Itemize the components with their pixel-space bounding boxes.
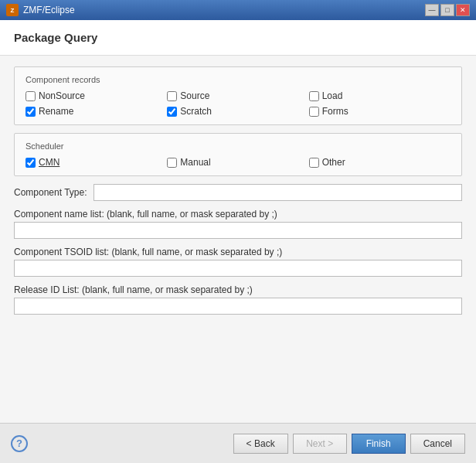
scheduler-label: Scheduler xyxy=(26,141,450,151)
cancel-button[interactable]: Cancel xyxy=(410,434,465,454)
component-type-label: Component Type: xyxy=(14,187,87,198)
close-button[interactable]: ✕ xyxy=(456,4,470,16)
scratch-label: Scratch xyxy=(180,106,212,117)
dialog-body: Component records NonSource Source Load … xyxy=(0,56,476,423)
component-records-grid: NonSource Source Load Rename Scratch xyxy=(26,90,450,117)
manual-checkbox-item[interactable]: Manual xyxy=(167,157,308,168)
maximize-button[interactable]: □ xyxy=(440,4,454,16)
dialog-header: Package Query xyxy=(0,20,476,56)
forms-checkbox-item[interactable]: Forms xyxy=(309,106,450,117)
finish-button[interactable]: Finish xyxy=(352,434,406,454)
manual-checkbox[interactable] xyxy=(167,158,177,168)
component-tsoid-list-row: Component TSOID list: (blank, full name,… xyxy=(14,247,462,277)
forms-checkbox[interactable] xyxy=(309,107,319,117)
scheduler-grid: CMN Manual Other xyxy=(26,157,450,168)
rename-checkbox-item[interactable]: Rename xyxy=(26,106,167,117)
source-checkbox-item[interactable]: Source xyxy=(167,90,308,101)
load-label: Load xyxy=(322,90,343,101)
dialog-footer: ? < Back Next > Finish Cancel xyxy=(0,423,476,463)
cmn-checkbox-item[interactable]: CMN xyxy=(26,157,167,168)
scratch-checkbox-item[interactable]: Scratch xyxy=(167,106,308,117)
other-checkbox-item[interactable]: Other xyxy=(309,157,450,168)
source-label: Source xyxy=(180,90,209,101)
forms-label: Forms xyxy=(322,106,348,117)
release-id-list-input[interactable] xyxy=(14,298,462,315)
scratch-checkbox[interactable] xyxy=(167,107,177,117)
minimize-button[interactable]: — xyxy=(425,4,439,16)
rename-label: Rename xyxy=(39,106,73,117)
nonsource-checkbox[interactable] xyxy=(26,91,36,101)
other-label: Other xyxy=(322,157,345,168)
load-checkbox[interactable] xyxy=(309,91,319,101)
manual-label: Manual xyxy=(180,157,210,168)
source-checkbox[interactable] xyxy=(167,91,177,101)
footer-buttons: < Back Next > Finish Cancel xyxy=(233,434,465,454)
window-title: ZMF/Eclipse xyxy=(23,5,75,15)
title-bar-left: Z ZMF/Eclipse xyxy=(6,4,75,16)
component-tsoid-list-input[interactable] xyxy=(14,260,462,277)
release-id-list-row: Release ID List: (blank, full name, or m… xyxy=(14,284,462,315)
next-button[interactable]: Next > xyxy=(293,434,347,454)
nonsource-label: NonSource xyxy=(39,90,85,101)
rename-checkbox[interactable] xyxy=(26,107,36,117)
back-button[interactable]: < Back xyxy=(233,434,288,454)
cmn-checkbox[interactable] xyxy=(26,158,36,168)
component-records-section: Component records NonSource Source Load … xyxy=(14,66,462,125)
title-bar-controls: — □ ✕ xyxy=(425,4,470,16)
nonsource-checkbox-item[interactable]: NonSource xyxy=(26,90,167,101)
load-checkbox-item[interactable]: Load xyxy=(309,90,450,101)
page-title: Package Query xyxy=(14,31,462,44)
title-bar: Z ZMF/Eclipse — □ ✕ xyxy=(0,0,476,20)
component-name-list-label: Component name list: (blank, full name, … xyxy=(14,209,462,220)
other-checkbox[interactable] xyxy=(309,158,319,168)
dialog: Package Query Component records NonSourc… xyxy=(0,20,476,463)
help-button[interactable]: ? xyxy=(11,435,28,452)
component-name-list-row: Component name list: (blank, full name, … xyxy=(14,209,462,239)
component-name-list-input[interactable] xyxy=(14,222,462,239)
cmn-label: CMN xyxy=(39,157,60,168)
app-icon: Z xyxy=(6,4,19,16)
scheduler-section: Scheduler CMN Manual Other xyxy=(14,133,462,176)
component-records-label: Component records xyxy=(26,75,450,84)
component-tsoid-list-label: Component TSOID list: (blank, full name,… xyxy=(14,247,462,257)
component-type-input[interactable] xyxy=(94,184,462,201)
release-id-list-label: Release ID List: (blank, full name, or m… xyxy=(14,284,462,295)
component-type-row: Component Type: xyxy=(14,184,462,201)
